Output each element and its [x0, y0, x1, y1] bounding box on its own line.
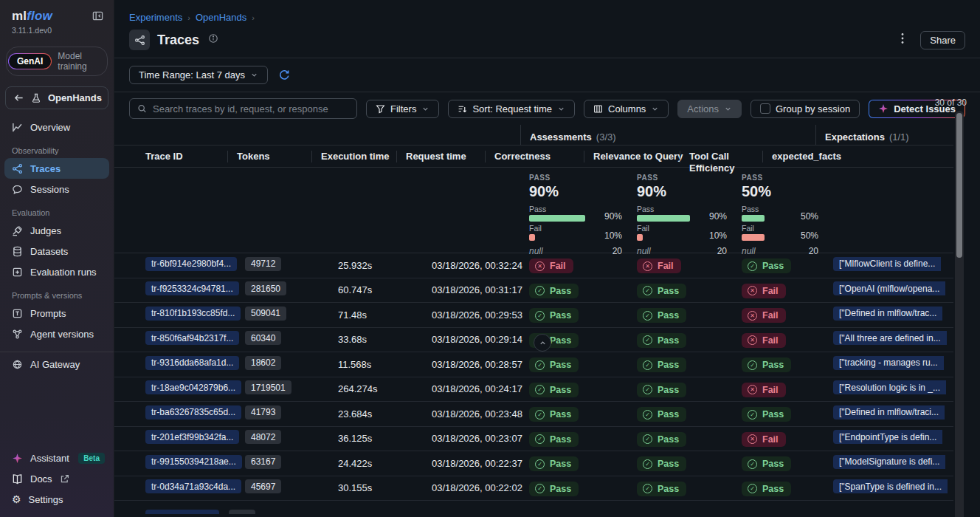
- table-row[interactable]: tr-18ae9c042879b6... 1719501 264.274s 03…: [114, 377, 953, 403]
- sidebar-item-ai-gateway[interactable]: AI Gateway: [0, 354, 114, 374]
- relevance-badge[interactable]: Pass: [637, 357, 686, 372]
- tool-call-efficiency-badge[interactable]: Pass: [742, 456, 791, 471]
- info-icon[interactable]: [208, 33, 218, 47]
- trace-id-link[interactable]: tr-201ef3f99b342fa...: [145, 430, 239, 444]
- tool-call-efficiency-badge[interactable]: Pass: [742, 482, 791, 496]
- trace-id-link[interactable]: tr-f9253324c94781...: [145, 281, 239, 295]
- expected-facts-value[interactable]: ["All three are defined in...: [833, 331, 947, 345]
- column-header-tool-call-efficiency[interactable]: Tool Call Efficiency: [680, 151, 771, 162]
- relevance-badge[interactable]: Pass: [637, 432, 686, 447]
- trace-id-link[interactable]: tr-850f6af94b2317f...: [145, 331, 239, 345]
- sidebar-item-evaluation-runs[interactable]: Evaluation runs: [0, 261, 114, 282]
- table-row[interactable]: tr-810f1b193cc85fd... 509041 71.48s 03/1…: [114, 303, 953, 328]
- column-header-correctness[interactable]: Correctness: [485, 151, 593, 162]
- relevance-badge[interactable]: Fail: [637, 258, 681, 273]
- table-row[interactable]: tr-ba63267835c65d... 41793 23.684s 03/18…: [114, 402, 953, 427]
- columns-button[interactable]: Columns: [584, 100, 669, 118]
- refresh-icon[interactable]: [278, 69, 290, 81]
- sidebar-item-settings[interactable]: ⚙ Settings: [0, 489, 114, 510]
- group-by-session-checkbox[interactable]: [760, 103, 770, 114]
- column-header-execution-time[interactable]: Execution time: [311, 151, 405, 162]
- sidebar-collapse-icon[interactable]: [92, 10, 103, 24]
- correctness-badge[interactable]: Pass: [529, 284, 579, 298]
- trace-id-link[interactable]: tr-810f1b193cc85fd...: [145, 307, 241, 321]
- relevance-badge[interactable]: Pass: [637, 333, 686, 348]
- expected-facts-value[interactable]: ["MlflowClient is define...: [833, 257, 941, 271]
- table-row[interactable]: tr-201ef3f99b342fa... 48072 36.125s 03/1…: [114, 427, 953, 452]
- relevance-badge[interactable]: Pass: [637, 308, 686, 323]
- correctness-badge[interactable]: Pass: [529, 482, 579, 496]
- correctness-badge[interactable]: Pass: [529, 383, 579, 397]
- expected-facts-value[interactable]: ["OpenAI (mlflow/opena...: [833, 281, 945, 295]
- trace-id-link[interactable]: tr-6bf914e2980bf4...: [145, 257, 237, 271]
- sidebar-item-sessions[interactable]: Sessions: [0, 179, 114, 199]
- correctness-badge[interactable]: Fail: [529, 258, 573, 273]
- toggle-model-training[interactable]: Model training: [52, 49, 106, 74]
- correctness-badge[interactable]: Pass: [529, 308, 579, 323]
- tool-call-efficiency-badge[interactable]: Pass: [742, 357, 791, 372]
- column-header-tokens[interactable]: Tokens: [227, 151, 320, 162]
- expected-facts-value[interactable]: ["ModelSignature is defi...: [833, 455, 945, 469]
- sidebar-item-agent-versions[interactable]: Agent versions: [0, 323, 114, 344]
- tool-call-efficiency-badge[interactable]: Pass: [742, 407, 791, 422]
- actions-button[interactable]: Actions: [677, 100, 742, 118]
- tool-call-efficiency-badge[interactable]: Fail: [742, 284, 786, 298]
- column-header-expected-facts[interactable]: expected_facts: [762, 151, 953, 162]
- relevance-badge[interactable]: Pass: [637, 482, 686, 496]
- table-row[interactable]: tr-0d34a71a93c4da... 45697 30.155s 03/18…: [114, 476, 953, 501]
- overflow-menu-icon[interactable]: [897, 31, 908, 49]
- sidebar-item-prompts[interactable]: Prompts: [0, 303, 114, 323]
- sidebar-item-assistant[interactable]: Assistant Beta: [0, 448, 114, 468]
- table-row[interactable]: tr-991550394218ae... 63167 24.422s 03/18…: [114, 451, 953, 476]
- time-range-button[interactable]: Time Range: Last 7 days: [129, 66, 268, 84]
- column-header-relevance[interactable]: Relevance to Query: [584, 151, 689, 162]
- relevance-badge[interactable]: Pass: [637, 284, 686, 298]
- sidebar-item-docs[interactable]: Docs: [0, 468, 114, 489]
- circle-check-icon: [643, 459, 652, 469]
- table-row[interactable]: tr-6bf914e2980bf4... 49712 25.932s 03/18…: [114, 253, 953, 278]
- share-button[interactable]: Share: [920, 31, 965, 49]
- expected-facts-value[interactable]: ["SpanType is defined in...: [833, 479, 948, 493]
- correctness-badge[interactable]: Pass: [529, 357, 579, 372]
- correctness-badge[interactable]: Pass: [529, 456, 579, 471]
- column-header-trace-id[interactable]: Trace ID: [137, 151, 236, 162]
- sort-button[interactable]: Sort: Request time: [448, 100, 575, 118]
- collapse-summary-button[interactable]: [534, 334, 551, 352]
- tool-call-efficiency-badge[interactable]: Fail: [742, 333, 786, 348]
- vertical-scrollbar-thumb[interactable]: [956, 113, 962, 258]
- trace-id-link[interactable]: tr-991550394218ae...: [145, 455, 242, 469]
- experiment-selector[interactable]: OpenHands: [5, 86, 108, 109]
- tool-call-efficiency-badge[interactable]: Fail: [742, 383, 786, 397]
- tool-call-efficiency-badge[interactable]: Pass: [742, 258, 791, 273]
- expected-facts-value[interactable]: ["Defined in mlflow/traci...: [833, 405, 945, 420]
- table-row[interactable]: tr-f9253324c94781... 281650 60.747s 03/1…: [114, 278, 953, 304]
- sidebar-item-datasets[interactable]: Datasets: [0, 241, 114, 261]
- expected-facts-value[interactable]: ["Defined in mlflow/trac...: [833, 307, 942, 321]
- correctness-badge[interactable]: Pass: [529, 432, 579, 447]
- expected-facts-value[interactable]: ["tracking - manages ru...: [833, 356, 944, 370]
- relevance-badge[interactable]: Pass: [637, 456, 686, 471]
- sidebar-item-traces[interactable]: Traces: [4, 158, 109, 179]
- sidebar-item-overview[interactable]: Overview: [0, 117, 114, 137]
- column-header-request-time[interactable]: Request time: [396, 151, 494, 162]
- tool-call-efficiency-badge[interactable]: Fail: [742, 432, 786, 447]
- tool-call-efficiency-badge[interactable]: Fail: [742, 308, 786, 323]
- correctness-badge[interactable]: Pass: [529, 407, 579, 422]
- toggle-genai[interactable]: GenAI: [8, 53, 52, 69]
- expected-facts-value[interactable]: ["Resolution logic is in _...: [833, 380, 946, 394]
- trace-id-link[interactable]: tr-18ae9c042879b6...: [145, 380, 241, 394]
- relevance-badge[interactable]: Pass: [637, 407, 686, 422]
- group-by-session-button[interactable]: Group by session: [750, 100, 860, 118]
- expected-facts-value[interactable]: ["EndpointType is defin...: [833, 430, 942, 444]
- trace-id-link[interactable]: tr-0d34a71a93c4da...: [145, 479, 241, 493]
- filters-button[interactable]: Filters: [366, 100, 439, 118]
- trace-id-link[interactable]: tr-9316dda68afa1d...: [145, 356, 239, 370]
- breadcrumb-experiments[interactable]: Experiments: [129, 12, 182, 23]
- tokens-value: 1719501: [245, 380, 291, 394]
- breadcrumb-openhands[interactable]: OpenHands: [196, 12, 246, 23]
- trace-id-link[interactable]: tr-ba63267835c65d...: [145, 405, 241, 420]
- table-row[interactable]: tr-9316dda68afa1d... 18602 11.568s 03/18…: [114, 352, 953, 377]
- search-input[interactable]: [153, 103, 349, 114]
- relevance-badge[interactable]: Pass: [637, 383, 686, 397]
- sidebar-item-judges[interactable]: Judges: [0, 220, 114, 241]
